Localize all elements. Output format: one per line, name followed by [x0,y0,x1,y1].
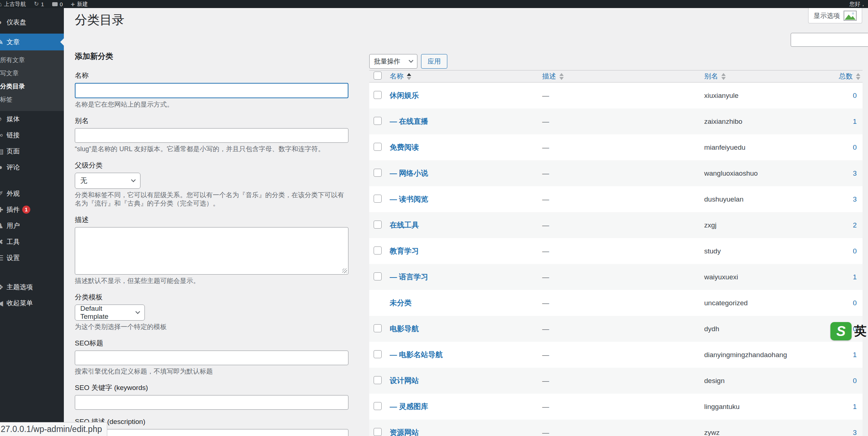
sidebar-item-dashboard[interactable]: ◗仪表盘 [0,14,64,30]
seo-description-textarea[interactable] [75,429,348,436]
slug-help: “slug”是名称的 URL 友好版本。它通常都是小写的，并且只包含字母、数字和… [75,145,348,153]
column-header-count[interactable]: 总数 [833,72,863,81]
howdy-greeting[interactable]: 您好， [849,0,866,8]
row-checkbox[interactable] [374,272,382,280]
updates-indicator[interactable]: ↻ 1 [34,1,44,7]
seo-title-input[interactable] [75,351,348,365]
parent-category-select[interactable]: 无 [75,173,140,189]
category-name-link[interactable]: 休闲娱乐 [390,91,419,99]
row-checkbox[interactable] [374,143,382,151]
category-name-link[interactable]: 免费阅读 [390,143,419,151]
row-count-link[interactable]: 0 [853,92,857,99]
category-name-input[interactable] [75,83,348,98]
sidebar-item-comments[interactable]: ●评论 [0,159,64,175]
row-checkbox[interactable] [374,117,382,125]
row-checkbox[interactable] [374,221,382,229]
row-checkbox[interactable] [374,428,382,436]
row-count-link[interactable]: 0 [853,377,857,385]
chevron-down-icon [131,177,136,182]
settings-icon: ☰ [0,254,5,262]
sidebar-item-new-post[interactable]: 写文章 [0,66,64,80]
template-label: 分类模板 [75,292,348,302]
site-menu[interactable]: ⌂ 上古导航 [3,1,26,8]
row-checkbox[interactable] [374,246,382,255]
category-description-textarea[interactable] [75,227,348,275]
row-count-link[interactable]: 1 [853,403,857,410]
row-count-link[interactable]: 3 [853,429,857,436]
sidebar-item-plugins[interactable]: ✚插件1 [0,202,64,218]
row-checkbox[interactable] [374,91,382,99]
sidebar-item-appearance[interactable]: ✐外观 [0,186,64,202]
category-name-link[interactable]: 电影导航 [390,325,419,333]
new-content-menu[interactable]: + 新建 [71,1,88,8]
bulk-actions-select[interactable]: 批量操作 [369,54,417,69]
row-checkbox[interactable] [374,324,382,332]
row-description-dash: — [542,351,549,359]
plus-icon: + [71,1,75,8]
category-name-link[interactable]: — 语言学习 [390,273,428,281]
column-header-description[interactable]: 描述 [542,72,704,81]
row-checkbox[interactable] [374,376,382,384]
category-template-select[interactable]: Default Template [75,305,145,321]
row-count-link[interactable]: 2 [853,221,857,229]
sidebar-item-all-posts[interactable]: 所有文章 [0,53,64,66]
row-count-link[interactable]: 0 [853,144,857,151]
sidebar-item-media[interactable]: ♪媒体 [0,111,64,127]
table-row: 休闲娱乐—xiuxianyule0 [369,83,863,108]
category-name-link[interactable]: 未分类 [390,299,412,307]
category-name-link[interactable]: 资源网站 [390,428,419,436]
table-row: 电影导航—dydh0 [369,316,863,342]
sidebar-item-users[interactable]: ♟用户 [0,218,64,234]
broken-image-icon [844,11,857,21]
sidebar-item-pages[interactable]: ▤页面 [0,143,64,159]
comments-indicator[interactable]: 0 [52,1,63,7]
category-name-link[interactable]: — 灵感图库 [390,402,428,410]
row-count-link[interactable]: 3 [853,195,857,203]
category-name-link[interactable]: 在线工具 [390,221,419,229]
sogou-ime-icon[interactable]: S [830,322,852,340]
update-count-badge: 1 [22,206,30,214]
row-count-link[interactable]: 3 [853,169,857,177]
category-name-link[interactable]: — 在线直播 [390,117,428,125]
row-checkbox[interactable] [374,350,382,358]
category-name-link[interactable]: — 网络小说 [390,169,428,177]
row-count-link[interactable]: 0 [853,299,857,307]
search-categories-input[interactable] [791,33,868,47]
resize-grip-icon[interactable] [342,268,347,273]
sidebar-item-tools[interactable]: ✖工具 [0,234,64,250]
row-count-link[interactable]: 0 [853,247,857,255]
category-name-link[interactable]: 教育学习 [390,247,419,255]
table-row: — 在线直播—zaixianzhibo1 [369,108,863,134]
sidebar-item-categories[interactable]: 分类目录 [0,80,64,93]
sidebar-item-posts[interactable]: ✎文章 [0,34,64,50]
sidebar-item-collapse-menu[interactable]: ◀收起菜单 [0,295,64,311]
row-checkbox[interactable] [374,169,382,177]
sidebar-item-theme-options[interactable]: ❖主题选项 [0,279,64,295]
category-name-link[interactable]: — 电影名站导航 [390,351,443,359]
category-name-link[interactable]: — 读书阅览 [390,195,428,203]
category-slug-input[interactable] [75,128,348,143]
apply-button[interactable]: 应用 [421,54,447,69]
screen-options-button[interactable]: 显示选项 [808,8,862,23]
row-checkbox[interactable] [374,402,382,410]
column-header-slug[interactable]: 别名 [704,72,833,81]
sidebar-item-label: 标签 [0,95,12,104]
status-url: 27.0.0.1/wp-admin/edit.php [1,424,102,434]
media-icon: ♪ [0,115,5,123]
column-header-name[interactable]: 名称 [390,72,542,81]
seo-keywords-input[interactable] [75,395,348,410]
row-slug: wangluoxiaoshuo [704,169,758,177]
row-count-link[interactable]: 1 [853,273,857,281]
row-count-link[interactable]: 1 [853,118,857,125]
sidebar-item-tags[interactable]: 标签 [0,93,64,106]
sidebar-item-settings[interactable]: ☰设置 [0,250,64,266]
sort-arrows-icon [407,73,411,80]
row-slug: xiuxianyule [704,92,738,99]
row-checkbox[interactable] [374,195,382,203]
category-name-link[interactable]: 设计网站 [390,376,419,385]
row-description-dash: — [542,429,549,436]
sidebar-item-label: 插件 [7,205,20,214]
select-all-checkbox[interactable] [374,72,382,80]
sidebar-item-links[interactable]: ∞链接 [0,127,64,143]
row-count-link[interactable]: 1 [853,351,857,359]
